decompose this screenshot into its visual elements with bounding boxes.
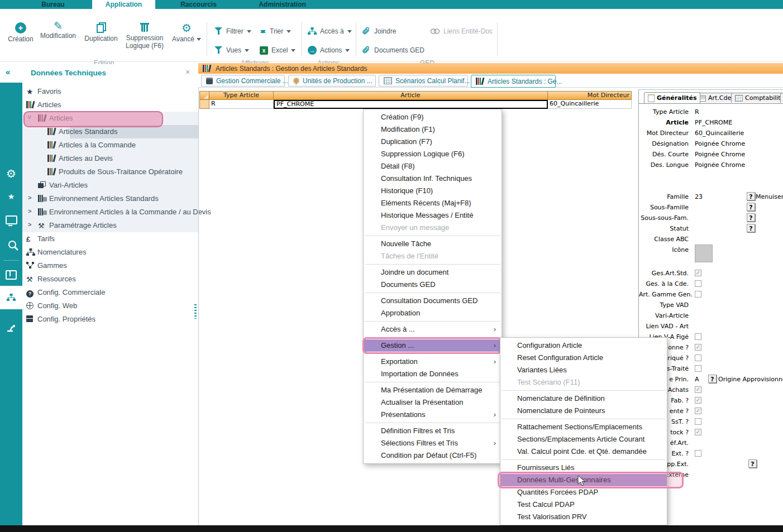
tree-item-articles[interactable]: Articles <box>22 98 198 112</box>
duplication-button[interactable]: Duplication <box>80 22 122 42</box>
checkbox-checked[interactable] <box>695 344 701 351</box>
menu-item-test-calcul-pdap[interactable]: Test Calcul PDAP <box>500 499 667 511</box>
tree-item-tarifs[interactable]: Tarifs <box>22 232 198 246</box>
tree-item-articles[interactable]: >Articles <box>22 112 198 125</box>
checkbox-checked[interactable] <box>695 386 701 393</box>
splitter-handle[interactable] <box>194 304 197 319</box>
vues-button[interactable]: Vues <box>214 45 249 56</box>
table-header-mot-directeur[interactable]: Mot Directeur <box>548 91 632 100</box>
tree-item-vari-articles[interactable]: Vari-Articles <box>22 179 198 192</box>
modification-button[interactable]: Modification <box>37 22 79 40</box>
checkbox-unchecked[interactable] <box>695 354 701 361</box>
cell-mot-directeur[interactable]: 60_Quincaillerie <box>548 100 632 109</box>
menu-item-test-valorisation-prv[interactable]: Test Valorisation PRV <box>500 511 667 523</box>
doc-tab-sc-narios-calcul-planif[interactable]: Scénarios Calcul Planif... <box>379 75 468 87</box>
menu-item-nomenclature-de-d-finition[interactable]: Nomenclature de Définition <box>500 392 667 405</box>
menu-item-condition-par-d-faut-ctrl-f5[interactable]: Condition par Défaut (Ctrl-F5) <box>364 449 502 462</box>
menu-item-fournisseurs-li-s[interactable]: Fournisseurs Liés <box>500 462 667 474</box>
rail-columns[interactable] <box>0 264 22 285</box>
menu-item-approbation[interactable]: Approbation <box>364 307 502 319</box>
checkbox-checked[interactable] <box>695 397 701 404</box>
menu-item-sections-emplacements-article-courant[interactable]: Sections/Emplacements Article Courant <box>500 433 667 445</box>
menu-item-modification-f1[interactable]: Modification (F1) <box>364 123 502 136</box>
checkbox-unchecked[interactable] <box>695 280 701 287</box>
table-header-selector[interactable] <box>199 91 209 100</box>
table-header-type-article[interactable]: Type Article <box>209 91 274 100</box>
menu-item-variantes-li-es[interactable]: Variantes Liées <box>500 364 667 376</box>
menu-item-documents-ged[interactable]: Documents GED <box>364 279 502 291</box>
menu-item-historique-f10[interactable]: Historique (F10) <box>364 185 502 197</box>
creation-button[interactable]: Création <box>4 22 37 43</box>
tree-item-param-trage-articles[interactable]: >Paramétrage Articles <box>22 219 198 232</box>
panel-tab-partial[interactable] <box>780 93 783 103</box>
menu-item-importation-de-donn-es[interactable]: Importation de Données <box>364 368 502 380</box>
top-tab-administration[interactable]: Administration <box>242 0 323 9</box>
tree-item-config-propri-t-s[interactable]: Config. Propriétés <box>22 313 198 326</box>
doc-tab-articles-standards-ge[interactable]: Articles Standards : Ge... <box>471 75 556 88</box>
suppression-logique-button[interactable]: Suppression Logique (F6) <box>122 22 168 50</box>
menu-item-d-tail-f8[interactable]: Détail (F8) <box>364 160 502 172</box>
rail-star[interactable] <box>0 186 22 207</box>
tree-item-produits-de-sous-traitance-op-ratoire[interactable]: Produits de Sous-Traitance Opératoire <box>22 165 198 179</box>
menu-item-quantit-s-forc-es-pdap[interactable]: Quantités Forcées PDAP <box>500 486 667 499</box>
rail-org-chart[interactable] <box>0 286 22 309</box>
menu-item-exportation[interactable]: Exportation› <box>364 356 502 368</box>
filtrer-button[interactable]: Filtrer <box>214 26 251 37</box>
tree-item-ressources[interactable]: Ressources <box>22 272 198 286</box>
menu-item-configuration-article[interactable]: Configuration Article <box>500 339 667 352</box>
panel-tab-comptabilit[interactable]: Comptabilité <box>731 93 783 103</box>
menu-item-suppression-logique-f6[interactable]: Suppression Logique (F6) <box>364 148 502 160</box>
table-header-article[interactable]: Article <box>274 91 548 100</box>
top-tab-raccourcis[interactable]: Raccourcis <box>155 0 242 9</box>
chevron-right-icon[interactable]: > <box>28 194 31 201</box>
menu-item-donn-es-multi-gestionnaires[interactable]: Données Multi-Gestionnaires <box>500 474 667 486</box>
documents-ged-button[interactable]: Documents GED <box>362 45 424 56</box>
menu-item-consultation-documents-ged[interactable]: Consultation Documents GED <box>364 295 502 307</box>
collapse-sidebar-button[interactable]: « <box>6 67 10 76</box>
tree-item-articles-la-commande[interactable]: Articles à la Commande <box>22 138 198 152</box>
help-button[interactable]: ? <box>747 203 755 211</box>
help-button[interactable]: ? <box>748 459 757 468</box>
menu-item-rattachement-sections-emplacements[interactable]: Rattachement Sections/Emplacements <box>500 421 667 433</box>
checkbox-unchecked[interactable] <box>695 418 701 425</box>
menu-item-acc-s[interactable]: Accès à ...› <box>364 323 502 336</box>
menu-item-cr-ation-f9[interactable]: Création (F9) <box>364 111 502 123</box>
menu-item-d-finition-filtres-et-tris[interactable]: Définition Filtres et Tris <box>364 425 502 437</box>
menu-item-ma-pr-sentation-de-d-marrage[interactable]: Ma Présentation de Démarrage <box>364 384 502 396</box>
checkbox-unchecked[interactable] <box>695 291 701 298</box>
rail-monitor[interactable] <box>0 210 22 232</box>
checkbox-checked[interactable] <box>695 408 701 414</box>
tree-item-favoris[interactable]: Favoris <box>22 85 198 98</box>
rail-robot[interactable] <box>0 317 22 338</box>
tree-item-config-web[interactable]: Config. Web <box>22 299 198 313</box>
cell-type-article[interactable]: R <box>209 100 274 109</box>
chevron-right-icon[interactable]: > <box>28 208 31 214</box>
menu-item-actualiser-la-pr-sentation[interactable]: Actualiser la Présentation <box>364 396 502 409</box>
chevron-right-icon[interactable]: > <box>28 221 31 228</box>
menu-item-s-lections-filtres-et-tris[interactable]: Sélections Filtres et Tris› <box>364 437 502 449</box>
acces-a-button[interactable]: Accès à <box>308 26 352 37</box>
checkbox-unchecked[interactable] <box>695 365 701 372</box>
cell-article-selected[interactable]: PF_CHROME <box>274 100 548 109</box>
rail-search[interactable] <box>0 234 22 256</box>
tree-item-environnement-articles-la-commande-au-devis[interactable]: >Environnement Articles à la Commande / … <box>22 205 198 219</box>
menu-item-joindre-un-document[interactable]: Joindre un document <box>364 266 502 279</box>
doc-tab-unit-s-de-production[interactable]: Unités de Production ... <box>288 75 376 87</box>
actions-button[interactable]: Actions <box>308 45 350 56</box>
help-button[interactable]: ? <box>747 213 755 222</box>
menu-item-reset-configuration-article[interactable]: Reset Configuration Article <box>500 352 667 364</box>
menu-item-nomenclature-de-pointeurs[interactable]: Nomenclature de Pointeurs <box>500 405 667 417</box>
menu-item-nouvelle-t-che[interactable]: Nouvelle Tâche <box>364 238 502 250</box>
tree-item-gammes[interactable]: Gammes <box>22 259 198 272</box>
joindre-button[interactable]: Joindre <box>362 26 396 37</box>
tree-item-environnement-articles-standards[interactable]: >Environnement Articles Standards <box>22 192 198 205</box>
menu-item-val-calcul-point-cde-et-qt-demand-e[interactable]: Val. Calcul point Cde. et Qté. demandée <box>500 445 667 458</box>
menu-item-duplication-f7[interactable]: Duplication (F7) <box>364 136 502 148</box>
top-tab-application[interactable]: Application <box>92 0 155 9</box>
menu-item-pr-sentations[interactable]: Présentations› <box>364 409 502 421</box>
excel-button[interactable]: Excel <box>260 45 295 56</box>
help-button[interactable]: ? <box>747 192 755 200</box>
menu-item-gestion[interactable]: Gestion ...› <box>364 339 502 352</box>
menu-item-el-ments-r-cents-maj-f8[interactable]: Eléments Récents (Maj+F8) <box>364 197 502 209</box>
close-sidebar-icon[interactable]: × <box>185 68 190 76</box>
